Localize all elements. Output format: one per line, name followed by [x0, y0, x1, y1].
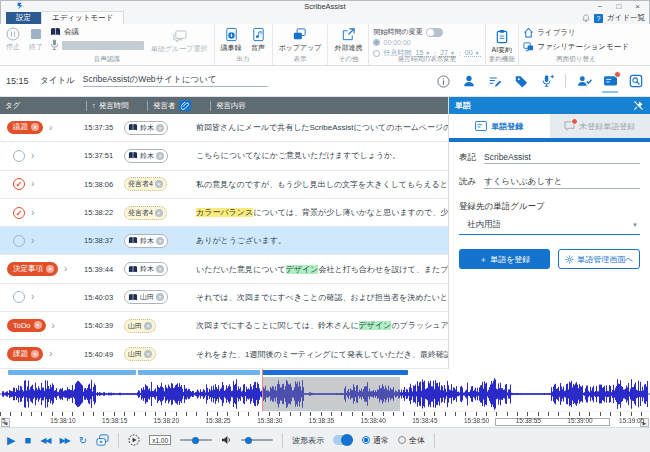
speaker-person-icon[interactable]: [461, 73, 477, 89]
tab-word-register[interactable]: 単語登録: [449, 114, 550, 138]
word-group-select-button[interactable]: 単語グループ選択: [149, 26, 210, 55]
utterance-text[interactable]: それをまた、1週間後のミーティングにて発表していただき、最終確認を行いたいと: [190, 349, 448, 360]
header-time[interactable]: ↑ 発言時間: [87, 97, 147, 114]
expand-chevron-icon[interactable]: ›: [31, 236, 34, 246]
utterance-text[interactable]: こちらについてなにかご意見いただけますでしょうか。: [190, 150, 448, 161]
transcript-row[interactable]: 議題✕›15:37:35鈴木✕前回皆さんにメールで共有したScribeAssis…: [0, 114, 448, 142]
waveform[interactable]: [0, 377, 650, 411]
volume-slider[interactable]: [241, 439, 273, 441]
expand-chevron-icon[interactable]: ›: [52, 321, 55, 331]
rewind-button[interactable]: ◀◀: [40, 435, 50, 446]
playback-speed-icon[interactable]: [128, 434, 140, 446]
volume-icon[interactable]: [221, 435, 232, 445]
check-circle-empty[interactable]: [13, 150, 25, 162]
close-button[interactable]: ×: [635, 2, 640, 11]
radio-time-default[interactable]: [373, 39, 380, 46]
transcript-row[interactable]: ✓›15:38:22発言者4✕カラーバランスについては、背景が少し薄いかなと思い…: [0, 199, 448, 227]
guide-list-button[interactable]: ガイド一覧: [607, 13, 645, 23]
stop-button-player[interactable]: ■: [24, 435, 31, 446]
tag-badge[interactable]: ToDo✕: [7, 319, 46, 332]
waveform-selection[interactable]: [262, 377, 400, 411]
speed-value[interactable]: x1.00: [149, 435, 171, 445]
utterance-text[interactable]: 次回までにすることに関しては、鈴木さんにデザインのブラッシュアップを行っていただ: [190, 320, 448, 331]
speaker-check-icon[interactable]: [576, 73, 592, 89]
meeting-title-input[interactable]: [83, 75, 268, 87]
end-button[interactable]: 終了: [27, 26, 45, 53]
speaker-chip[interactable]: 鈴木✕: [124, 121, 168, 135]
popout-player-icon[interactable]: [96, 434, 109, 447]
speaker-chip[interactable]: 発言者4✕: [124, 206, 167, 220]
speed-slider[interactable]: [180, 439, 212, 441]
tag-badge[interactable]: 決定事項✕: [7, 262, 58, 276]
speaker-remove-icon[interactable]: ✕: [156, 152, 164, 160]
transcript-row[interactable]: ›15:38:37鈴木✕ありがとうございます。: [0, 227, 448, 255]
reading-input[interactable]: [484, 177, 640, 189]
check-circle-empty[interactable]: [13, 235, 25, 247]
replay-icon[interactable]: ↻: [79, 435, 87, 446]
transcript-row[interactable]: ›15:40:03山田✕それでは、次回までにすべきことの確認、および担当者を決め…: [0, 284, 448, 312]
expand-chevron-icon[interactable]: ›: [31, 292, 34, 302]
paperclip-icon[interactable]: [179, 100, 191, 111]
speaker-chip[interactable]: 発言者4✕: [124, 177, 167, 191]
external-link-button[interactable]: 外部連携: [332, 26, 364, 54]
speaker-remove-icon[interactable]: ✕: [155, 180, 163, 188]
tag-badge[interactable]: 議題✕: [7, 121, 43, 135]
overview-segment[interactable]: [138, 370, 260, 375]
facilitation-mode-button[interactable]: ファシリテーションモード: [523, 41, 629, 52]
expand-chevron-icon[interactable]: ›: [31, 151, 34, 161]
library-button[interactable]: ライブラリ: [523, 27, 629, 38]
transcript-row[interactable]: ›15:37:51鈴木✕こちらについてなにかご意見いただけますでしょうか。: [0, 142, 448, 170]
tab-edit-mode[interactable]: エディットモード: [41, 11, 124, 24]
expand-chevron-icon[interactable]: ›: [31, 179, 34, 189]
speaker-remove-icon[interactable]: ✕: [144, 350, 152, 358]
transcript-row[interactable]: 決定事項✕›15:39:44鈴木✕いただいた意見についてデザイン会社と打ち合わせ…: [0, 255, 448, 283]
word-management-button[interactable]: 単語管理画面へ: [558, 249, 640, 269]
info-icon[interactable]: [435, 73, 451, 89]
speaker-chip[interactable]: 山田✕: [124, 290, 168, 304]
waveform-overview-bar[interactable]: [0, 369, 650, 377]
start-time-toggle[interactable]: [426, 28, 443, 37]
waveform-display-toggle[interactable]: [333, 435, 353, 445]
speaker-chip[interactable]: 鈴木✕: [124, 262, 168, 276]
word-group-select[interactable]: 社内用語 ▼: [459, 218, 640, 235]
overview-segment[interactable]: [8, 370, 136, 375]
tag-icon[interactable]: [513, 73, 529, 89]
expand-chevron-icon[interactable]: ›: [49, 349, 52, 359]
header-speaker[interactable]: 発言者: [148, 97, 210, 114]
tab-settings[interactable]: 設定: [6, 12, 41, 24]
tag-remove-icon[interactable]: ✕: [31, 350, 39, 358]
expand-chevron-icon[interactable]: ›: [31, 208, 34, 218]
transcript-row[interactable]: 課題✕›15:40:49山田✕それをまた、1週間後のミーティングにて発表していた…: [0, 340, 448, 368]
speaker-remove-icon[interactable]: ✕: [156, 293, 164, 301]
check-circle-empty[interactable]: [13, 291, 25, 303]
utterance-text[interactable]: それでは、次回までにすべきことの確認、および担当者を決めたいと思います。: [190, 292, 448, 303]
speaker-chip[interactable]: 鈴木✕: [124, 234, 168, 248]
edit-list-icon[interactable]: [487, 73, 503, 89]
expand-chevron-icon[interactable]: ›: [49, 123, 52, 133]
speaker-remove-icon[interactable]: ✕: [156, 237, 164, 245]
transcript-row[interactable]: ToDo✕›15:40:39山田✕次回までにすることに関しては、鈴木さんにデザイ…: [0, 312, 448, 340]
forward-button[interactable]: ▶▶: [59, 435, 69, 446]
pin-off-icon[interactable]: [633, 100, 644, 111]
utterance-text[interactable]: カラーバランスについては、背景が少し薄いかなと思いますので、少し濃くしていただ: [190, 207, 448, 218]
help-icon[interactable]: ?: [594, 14, 603, 23]
mic-plus-icon[interactable]: [539, 73, 555, 89]
popup-button[interactable]: ポップアップ: [277, 26, 324, 54]
playhead-marker[interactable]: [262, 369, 263, 411]
speaker-chip[interactable]: 山田✕: [124, 347, 156, 361]
utterance-text[interactable]: 私の意見なのですが、もう少し見出しの文字を大きくしてもらえると、区別がつきや: [190, 179, 448, 190]
speaker-remove-icon[interactable]: ✕: [144, 322, 152, 330]
utterance-text[interactable]: いただいた意見についてデザイン会社と打ち合わせを設けて、またブラッシュアップし: [190, 264, 448, 275]
stop-button[interactable]: 停止: [4, 26, 22, 53]
expand-chevron-icon[interactable]: ›: [64, 264, 67, 274]
transcript-row[interactable]: ✓›15:38:06発言者4✕私の意見なのですが、もう少し見出しの文字を大きくし…: [0, 171, 448, 199]
tag-remove-icon[interactable]: ✕: [46, 265, 54, 273]
register-word-button[interactable]: ＋ 単語を登録: [459, 249, 550, 269]
utterance-text[interactable]: 前回皆さんにメールで共有したScribeAssistについてのホームページのデザ…: [190, 122, 448, 133]
speaker-chip[interactable]: 山田✕: [124, 319, 156, 333]
timeline-scroll-thumb[interactable]: [495, 418, 610, 426]
header-tag[interactable]: タグ: [0, 97, 86, 114]
ai-summary-button[interactable]: AI要約: [490, 26, 515, 56]
radio-normal[interactable]: 通常: [362, 435, 389, 446]
check-circle-checked[interactable]: ✓: [13, 207, 25, 219]
